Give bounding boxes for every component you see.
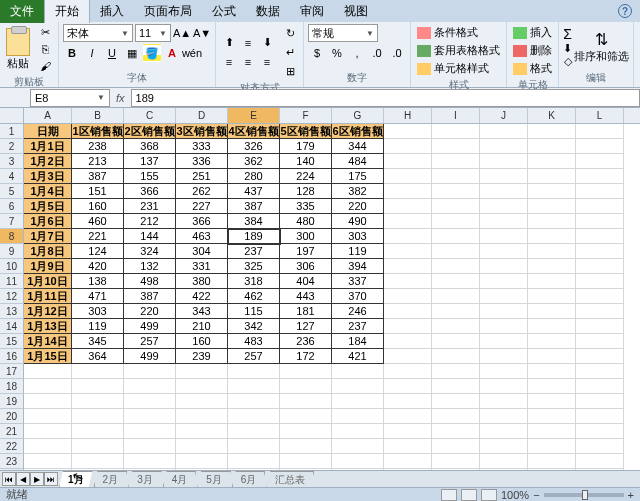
cell[interactable]: [528, 319, 576, 334]
cell[interactable]: 303: [72, 304, 124, 319]
cell[interactable]: 324: [124, 244, 176, 259]
cell[interactable]: [480, 334, 528, 349]
cell[interactable]: 1月6日: [24, 214, 72, 229]
cell[interactable]: 1月12日: [24, 304, 72, 319]
cell[interactable]: [432, 454, 480, 469]
align-left-button[interactable]: ≡: [220, 53, 238, 71]
cell[interactable]: [384, 229, 432, 244]
cell[interactable]: [228, 439, 280, 454]
cell[interactable]: [124, 394, 176, 409]
cell[interactable]: [332, 424, 384, 439]
cell[interactable]: 480: [280, 214, 332, 229]
cell[interactable]: 1区销售额: [72, 124, 124, 139]
cell[interactable]: [480, 229, 528, 244]
cell[interactable]: [576, 214, 624, 229]
cell[interactable]: [528, 124, 576, 139]
column-header-K[interactable]: K: [528, 108, 576, 123]
cell[interactable]: [432, 304, 480, 319]
phonetic-button[interactable]: wén: [183, 44, 201, 62]
cell[interactable]: [576, 319, 624, 334]
cell[interactable]: [176, 364, 228, 379]
cell[interactable]: [24, 364, 72, 379]
cell[interactable]: 1月8日: [24, 244, 72, 259]
cell[interactable]: [480, 379, 528, 394]
cell[interactable]: 138: [72, 274, 124, 289]
cell[interactable]: [576, 394, 624, 409]
zoom-out-button[interactable]: −: [533, 489, 539, 501]
cell[interactable]: 1月3日: [24, 169, 72, 184]
cell[interactable]: 127: [280, 319, 332, 334]
align-right-button[interactable]: ≡: [258, 53, 276, 71]
cell[interactable]: [480, 304, 528, 319]
cell[interactable]: 380: [176, 274, 228, 289]
cell[interactable]: [384, 409, 432, 424]
cell[interactable]: 345: [72, 334, 124, 349]
cell[interactable]: [384, 424, 432, 439]
sheet-tab[interactable]: 1月: [59, 471, 93, 488]
column-header-A[interactable]: A: [24, 108, 72, 123]
cell[interactable]: 128: [280, 184, 332, 199]
cell[interactable]: [384, 454, 432, 469]
cell[interactable]: 231: [124, 199, 176, 214]
cell[interactable]: [576, 364, 624, 379]
cell[interactable]: 119: [72, 319, 124, 334]
cell[interactable]: 160: [176, 334, 228, 349]
zoom-level[interactable]: 100%: [501, 489, 529, 501]
cell[interactable]: 172: [280, 349, 332, 364]
cell[interactable]: [124, 424, 176, 439]
sheet-tab[interactable]: 6月: [232, 471, 266, 488]
cell[interactable]: [576, 229, 624, 244]
cell[interactable]: [432, 154, 480, 169]
row-header[interactable]: 6: [0, 199, 24, 214]
cell[interactable]: 462: [228, 289, 280, 304]
merge-button[interactable]: ⊞: [281, 62, 299, 80]
cell[interactable]: [576, 154, 624, 169]
sheet-tab[interactable]: 汇总表: [266, 471, 314, 488]
cell[interactable]: [480, 124, 528, 139]
cell[interactable]: [432, 334, 480, 349]
cell[interactable]: [576, 169, 624, 184]
cell[interactable]: 333: [176, 139, 228, 154]
cell[interactable]: 384: [228, 214, 280, 229]
cell[interactable]: [480, 319, 528, 334]
column-header-D[interactable]: D: [176, 108, 228, 123]
cell[interactable]: 368: [124, 139, 176, 154]
cell[interactable]: [480, 139, 528, 154]
cell[interactable]: 246: [332, 304, 384, 319]
cell[interactable]: [528, 439, 576, 454]
cell[interactable]: [432, 184, 480, 199]
cell[interactable]: 1月10日: [24, 274, 72, 289]
cell[interactable]: 155: [124, 169, 176, 184]
cell[interactable]: 499: [124, 319, 176, 334]
currency-button[interactable]: $: [308, 44, 326, 62]
cell[interactable]: [528, 274, 576, 289]
cell[interactable]: [384, 199, 432, 214]
cell[interactable]: [432, 259, 480, 274]
cell[interactable]: [280, 364, 332, 379]
cell[interactable]: [576, 409, 624, 424]
cell[interactable]: 1月15日: [24, 349, 72, 364]
cell[interactable]: [576, 454, 624, 469]
row-header[interactable]: 17: [0, 364, 24, 379]
cell[interactable]: 443: [280, 289, 332, 304]
cell[interactable]: [576, 379, 624, 394]
cell[interactable]: [72, 364, 124, 379]
cell[interactable]: 460: [72, 214, 124, 229]
insert-cells-button[interactable]: 插入: [511, 24, 554, 41]
cell[interactable]: [176, 439, 228, 454]
cell[interactable]: [384, 289, 432, 304]
row-header[interactable]: 7: [0, 214, 24, 229]
cell[interactable]: [528, 154, 576, 169]
cell[interactable]: 日期: [24, 124, 72, 139]
cell[interactable]: [480, 259, 528, 274]
tab-layout[interactable]: 页面布局: [134, 0, 202, 23]
cell[interactable]: [576, 349, 624, 364]
cell[interactable]: [124, 409, 176, 424]
cell[interactable]: 1月13日: [24, 319, 72, 334]
cell[interactable]: 262: [176, 184, 228, 199]
cell[interactable]: [432, 394, 480, 409]
cell[interactable]: 370: [332, 289, 384, 304]
zoom-in-button[interactable]: +: [628, 489, 634, 501]
cell[interactable]: [528, 334, 576, 349]
cell[interactable]: [528, 244, 576, 259]
